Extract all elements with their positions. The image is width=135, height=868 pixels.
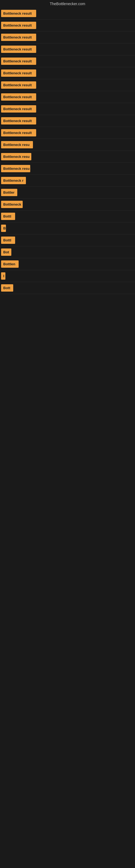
bottleneck-badge[interactable]: Bottler bbox=[1, 189, 17, 196]
list-item: Bottleneck resu bbox=[0, 163, 135, 175]
list-item: Bot bbox=[0, 246, 135, 258]
list-item: Bottleneck result bbox=[0, 67, 135, 79]
bottleneck-badge[interactable]: Bottl bbox=[1, 237, 15, 244]
site-header: TheBottlenecker.com bbox=[0, 0, 135, 8]
bottleneck-badge[interactable]: Bot bbox=[1, 248, 11, 256]
bottleneck-badge[interactable]: B bbox=[1, 225, 6, 232]
list-item: Bottl bbox=[0, 211, 135, 222]
bottleneck-badge[interactable]: Bott bbox=[1, 284, 13, 291]
bottleneck-badge[interactable]: I bbox=[1, 272, 5, 280]
list-item: Bott bbox=[0, 282, 135, 294]
list-item: Bottleneck bbox=[0, 198, 135, 211]
list-item: Bottleneck result bbox=[0, 103, 135, 115]
list-item: Bottleneck result bbox=[0, 115, 135, 127]
list-item: Bottleneck result bbox=[0, 31, 135, 43]
site-title: TheBottlenecker.com bbox=[0, 0, 135, 8]
list-item: Bottleneck resu bbox=[0, 139, 135, 151]
bottleneck-badge[interactable]: Bottleneck result bbox=[1, 10, 36, 17]
list-item: Bottler bbox=[0, 187, 135, 198]
bottleneck-badge[interactable]: Bottleneck resu bbox=[1, 165, 30, 172]
bottleneck-badge[interactable]: Bottlen bbox=[1, 260, 18, 268]
bottleneck-badge[interactable]: Bottleneck result bbox=[1, 82, 36, 89]
list-item: Bottleneck result bbox=[0, 8, 135, 20]
bottleneck-badge[interactable]: Bottleneck result bbox=[1, 34, 36, 41]
bottleneck-badge[interactable]: Bottleneck result bbox=[1, 117, 36, 124]
bottleneck-badge[interactable]: Bottleneck result bbox=[1, 69, 36, 77]
list-item: I bbox=[0, 270, 135, 282]
list-item: Bottleneck result bbox=[0, 127, 135, 139]
list-item: Bottleneck result bbox=[0, 91, 135, 103]
bottleneck-badge[interactable]: Bottleneck r bbox=[1, 177, 26, 184]
bottleneck-badge[interactable]: Bottleneck resu bbox=[1, 153, 31, 160]
bottleneck-badge[interactable]: Bottleneck result bbox=[1, 45, 36, 53]
list-item: Bottleneck result bbox=[0, 20, 135, 31]
list-item: Bottleneck result bbox=[0, 43, 135, 55]
list-item: Bottlen bbox=[0, 258, 135, 270]
bottleneck-list: Bottleneck resultBottleneck resultBottle… bbox=[0, 8, 135, 294]
list-item: Bottleneck result bbox=[0, 55, 135, 67]
bottleneck-badge[interactable]: Bottleneck result bbox=[1, 58, 36, 65]
list-item: Bottleneck result bbox=[0, 79, 135, 91]
list-item: B bbox=[0, 222, 135, 235]
bottleneck-badge[interactable]: Bottleneck result bbox=[1, 105, 36, 113]
bottleneck-badge[interactable]: Bottleneck resu bbox=[1, 141, 33, 148]
bottleneck-badge[interactable]: Bottl bbox=[1, 213, 15, 220]
bottleneck-badge[interactable]: Bottleneck result bbox=[1, 22, 36, 29]
list-item: Bottl bbox=[0, 235, 135, 246]
bottleneck-badge[interactable]: Bottleneck bbox=[1, 201, 23, 208]
list-item: Bottleneck r bbox=[0, 175, 135, 187]
list-item: Bottleneck resu bbox=[0, 151, 135, 163]
bottleneck-badge[interactable]: Bottleneck result bbox=[1, 93, 36, 101]
bottleneck-badge[interactable]: Bottleneck result bbox=[1, 129, 36, 136]
